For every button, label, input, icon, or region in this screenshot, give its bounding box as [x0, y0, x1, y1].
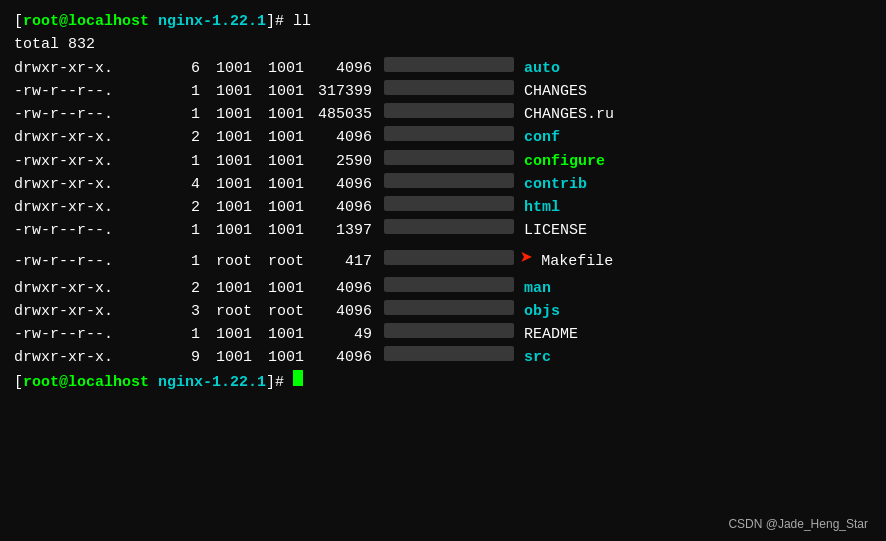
file-perms: drwxr-xr-x.	[14, 196, 176, 219]
table-row: drwxr-xr-x.2100110014096html	[14, 196, 872, 219]
file-links: 3	[176, 300, 200, 323]
file-name: html	[524, 196, 560, 219]
file-links: 1	[176, 323, 200, 346]
file-user: root	[200, 300, 252, 323]
file-group: 1001	[252, 150, 304, 173]
prompt-close-bracket: ]#	[266, 10, 293, 33]
file-links: 4	[176, 173, 200, 196]
file-group: root	[252, 300, 304, 323]
blurred-region	[384, 323, 514, 338]
file-links: 1	[176, 250, 200, 273]
file-size: 4096	[304, 57, 372, 80]
file-user: 1001	[200, 150, 252, 173]
file-size: 4096	[304, 300, 372, 323]
blurred-region	[384, 57, 514, 72]
file-perms: -rwxr-xr-x.	[14, 150, 176, 173]
file-group: 1001	[252, 57, 304, 80]
file-name: CHANGES	[524, 80, 587, 103]
file-size: 4096	[304, 196, 372, 219]
prompt-user: root@localhost	[23, 10, 149, 33]
file-user: 1001	[200, 277, 252, 300]
file-perms: drwxr-xr-x.	[14, 57, 176, 80]
file-listing: drwxr-xr-x.6100110014096auto-rw-r--r--.1…	[14, 57, 872, 370]
file-links: 9	[176, 346, 200, 369]
prompt-close-line: [root@localhost nginx-1.22.1]#	[14, 370, 872, 394]
file-user: 1001	[200, 103, 252, 126]
table-row: drwxr-xr-x.4100110014096contrib	[14, 173, 872, 196]
table-row: -rwxr-xr-x.1100110012590configure	[14, 150, 872, 173]
file-links: 1	[176, 80, 200, 103]
file-user: 1001	[200, 57, 252, 80]
file-size: 4096	[304, 126, 372, 149]
file-size: 317399	[304, 80, 372, 103]
file-perms: drwxr-xr-x.	[14, 300, 176, 323]
file-links: 1	[176, 219, 200, 242]
blurred-region	[384, 103, 514, 118]
file-size: 2590	[304, 150, 372, 173]
file-size: 485035	[304, 103, 372, 126]
prompt-close-hash: ]#	[266, 371, 293, 394]
file-name: contrib	[524, 173, 587, 196]
file-perms: drwxr-xr-x.	[14, 277, 176, 300]
file-perms: -rw-r--r--.	[14, 80, 176, 103]
file-user: 1001	[200, 323, 252, 346]
file-user: 1001	[200, 219, 252, 242]
blurred-region	[384, 173, 514, 188]
cursor	[293, 370, 303, 386]
watermark: CSDN @Jade_Heng_Star	[728, 517, 868, 531]
blurred-region	[384, 126, 514, 141]
file-name: LICENSE	[524, 219, 587, 242]
file-perms: drwxr-xr-x.	[14, 346, 176, 369]
file-group: 1001	[252, 80, 304, 103]
file-name: man	[524, 277, 551, 300]
file-size: 4096	[304, 173, 372, 196]
file-group: 1001	[252, 126, 304, 149]
file-name: objs	[524, 300, 560, 323]
file-links: 2	[176, 196, 200, 219]
file-links: 6	[176, 57, 200, 80]
file-group: 1001	[252, 173, 304, 196]
file-perms: -rw-r--r--.	[14, 323, 176, 346]
prompt-open-bracket: [	[14, 10, 23, 33]
file-name: conf	[524, 126, 560, 149]
file-name: auto	[524, 57, 560, 80]
prompt-command: ll	[293, 10, 311, 33]
blurred-region	[384, 277, 514, 292]
table-row: drwxr-xr-x.9100110014096src	[14, 346, 872, 369]
table-row: drwxr-xr-x.3rootroot4096objs	[14, 300, 872, 323]
prompt-close-bracket2: [	[14, 371, 23, 394]
file-size: 1397	[304, 219, 372, 242]
blurred-region	[384, 196, 514, 211]
blurred-region	[384, 250, 514, 265]
prompt-open-line: [root@localhost nginx-1.22.1]# ll	[14, 10, 872, 33]
file-group: 1001	[252, 196, 304, 219]
file-name: src	[524, 346, 551, 369]
file-group: root	[252, 250, 304, 273]
table-row: -rw-r--r--.110011001485035CHANGES.ru	[14, 103, 872, 126]
table-row: drwxr-xr-x.2100110014096conf	[14, 126, 872, 149]
file-perms: -rw-r--r--.	[14, 250, 176, 273]
table-row: -rw-r--r--.11001100149README	[14, 323, 872, 346]
file-group: 1001	[252, 103, 304, 126]
file-name: README	[524, 323, 578, 346]
table-row: drwxr-xr-x.6100110014096auto	[14, 57, 872, 80]
file-user: 1001	[200, 173, 252, 196]
blurred-region	[384, 80, 514, 95]
file-perms: drwxr-xr-x.	[14, 173, 176, 196]
file-group: 1001	[252, 219, 304, 242]
file-group: 1001	[252, 346, 304, 369]
file-size: 4096	[304, 277, 372, 300]
file-name: configure	[524, 150, 605, 173]
file-name: Makefile	[541, 250, 613, 273]
file-user: 1001	[200, 126, 252, 149]
file-size: 417	[304, 250, 372, 273]
file-links: 1	[176, 103, 200, 126]
file-size: 49	[304, 323, 372, 346]
file-name: CHANGES.ru	[524, 103, 614, 126]
prompt-space: nginx-1.22.1	[149, 10, 266, 33]
file-user: root	[200, 250, 252, 273]
file-links: 2	[176, 126, 200, 149]
file-perms: -rw-r--r--.	[14, 219, 176, 242]
file-perms: -rw-r--r--.	[14, 103, 176, 126]
blurred-region	[384, 300, 514, 315]
